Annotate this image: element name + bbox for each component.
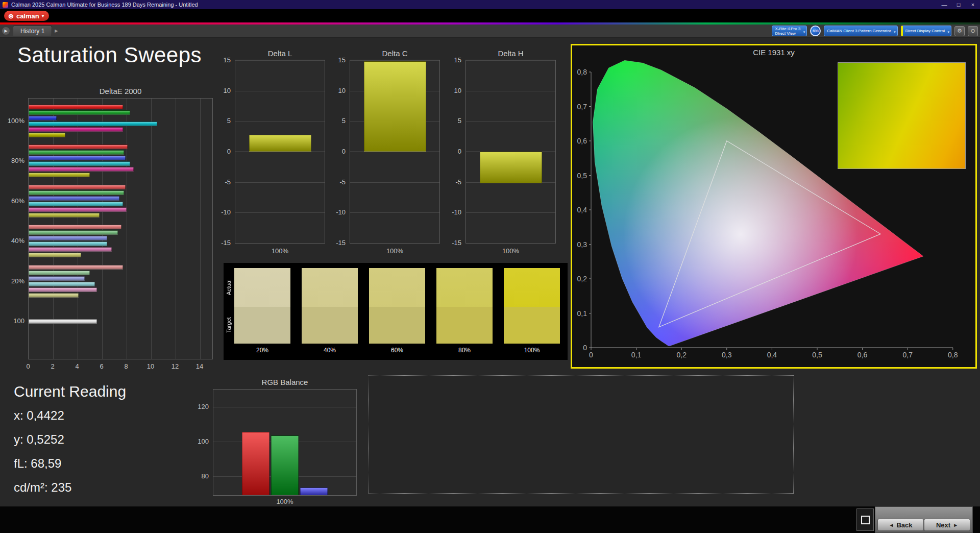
next-button[interactable]: Next ► xyxy=(924,519,970,531)
svg-text:0,4: 0,4 xyxy=(577,206,587,214)
reading-y: y: 0,5252 xyxy=(14,432,64,447)
meter-status-badge[interactable]: 698 xyxy=(810,26,821,36)
maximize-button[interactable]: □ xyxy=(951,2,966,8)
deltae-bar-red xyxy=(29,225,121,229)
gear-icon: ⚙ xyxy=(957,28,962,34)
x-tick-label: 10 xyxy=(147,362,154,370)
close-button[interactable]: × xyxy=(966,2,980,8)
next-arrow-icon: ► xyxy=(953,522,958,528)
gridline xyxy=(466,91,555,91)
deltae-bar-yellow xyxy=(29,253,81,257)
actual-swatch xyxy=(504,268,560,307)
deltae-bar-magenta xyxy=(29,247,112,252)
y-tick-label: 15 xyxy=(454,56,461,64)
gridline xyxy=(176,99,176,359)
actual-swatch xyxy=(436,268,493,307)
deltae-bar-red xyxy=(29,185,126,189)
deltae-bar-blue xyxy=(29,156,126,160)
bottom-bar: ◄ Back Next ► xyxy=(0,506,980,533)
y-tick-label: 5 xyxy=(227,117,231,125)
x-tick-label: 0 xyxy=(26,362,30,370)
reading-x: x: 0,4422 xyxy=(14,408,64,423)
deltae-bar-cyan xyxy=(29,282,95,286)
delta-l-title: Delta L xyxy=(235,49,325,58)
gridline xyxy=(235,243,325,244)
deltae-bar-magenta xyxy=(29,167,134,172)
settings-gear-button[interactable]: ⚙ xyxy=(954,26,965,36)
swatch-column: 40% xyxy=(302,263,358,360)
meter-device-button[interactable]: X-Rite i1Pro 3 Direct View ▾ xyxy=(772,26,807,36)
x-tick-label: 2 xyxy=(51,362,54,370)
tab-overflow-button[interactable]: ▶ xyxy=(55,29,58,33)
window-titlebar: Calman 2025 Calman Ultimate for Business… xyxy=(0,0,980,9)
deltae-bar-white xyxy=(29,319,97,324)
y-tick-label: 80 xyxy=(202,472,209,479)
back-button[interactable]: ◄ Back xyxy=(877,519,924,531)
options-button[interactable]: ⊙ xyxy=(968,26,978,36)
gridline xyxy=(151,99,152,359)
pattern-generator-button[interactable]: CalMAN Client 3 Pattern Generator ▾ xyxy=(824,26,897,36)
calman-logo-icon: ⊛ xyxy=(8,12,14,20)
actual-target-swatch-panel: Actual Target 20%40%60%80%100% xyxy=(224,263,568,360)
delta-l-axis: 151050-5-10-15 xyxy=(216,60,233,244)
delta-c-title: Delta C xyxy=(350,49,440,58)
delta-h-chart xyxy=(465,60,556,244)
svg-text:0,7: 0,7 xyxy=(577,103,587,111)
deltae-bar-blue xyxy=(29,236,107,240)
current-reading-title: Current Reading xyxy=(14,383,126,400)
svg-text:0,6: 0,6 xyxy=(857,351,868,359)
deltae-bar-yellow xyxy=(29,133,65,137)
chevron-down-icon: ▾ xyxy=(803,30,805,34)
chevron-down-icon: ▾ xyxy=(947,30,949,34)
svg-text:0,6: 0,6 xyxy=(577,137,587,145)
measurement-table xyxy=(369,375,794,494)
display-control-button[interactable]: Direct Display Control ▾ xyxy=(901,26,951,36)
deltae-bar-green xyxy=(29,271,90,275)
history-nav-button[interactable]: ▶ xyxy=(2,27,10,35)
rgb-balance-xlabel: 100% xyxy=(213,498,357,505)
bar xyxy=(364,61,426,152)
actual-swatch xyxy=(234,268,290,307)
deltae-bar-blue xyxy=(29,276,85,281)
bar xyxy=(480,152,542,183)
actual-row-label: Actual xyxy=(225,268,233,307)
back-label: Back xyxy=(896,521,912,529)
gridline xyxy=(235,121,325,122)
y-tick-label: 10 xyxy=(454,86,461,94)
current-pattern-swatch xyxy=(2,508,18,529)
svg-text:0,3: 0,3 xyxy=(722,351,732,359)
calman-menu-button[interactable]: ⊛ calman ▾ xyxy=(4,11,49,21)
reading-fl: fL: 68,59 xyxy=(14,456,61,471)
pattern-generator-label: CalMAN Client 3 Pattern Generator xyxy=(827,29,891,33)
chevron-down-icon: ▾ xyxy=(42,13,44,18)
next-label: Next xyxy=(936,521,950,529)
target-swatch xyxy=(436,307,493,344)
pattern-window-button[interactable] xyxy=(856,508,874,531)
swatch-label: 100% xyxy=(504,347,560,354)
minimize-button[interactable]: ― xyxy=(937,2,951,8)
x-tick-label: 12 xyxy=(172,362,179,370)
deltae-bar-magenta xyxy=(29,207,127,212)
gridline xyxy=(213,407,356,407)
y-tick-label: 10 xyxy=(338,86,346,94)
chevron-right-icon: ▶ xyxy=(4,29,7,33)
svg-text:0,2: 0,2 xyxy=(676,351,687,359)
gridline xyxy=(127,99,127,359)
gridline xyxy=(235,182,325,183)
deltae-chart xyxy=(28,98,213,359)
deltae-bar-red xyxy=(29,144,128,149)
category-label: 40% xyxy=(11,237,24,245)
deltae-bar-red xyxy=(29,105,123,109)
cie-chart-title: CIE 1931 xy xyxy=(572,48,975,57)
svg-text:0,2: 0,2 xyxy=(577,275,587,283)
deltae-bar-green xyxy=(29,230,118,235)
rgb-balance-title: RGB Balance xyxy=(213,378,357,386)
x-tick-label: 4 xyxy=(75,362,79,370)
gridline xyxy=(466,243,555,244)
tab-history-1[interactable]: History 1 xyxy=(13,26,52,36)
actual-swatch xyxy=(302,268,358,307)
chevron-down-icon: ▾ xyxy=(894,30,896,34)
target-row-label: Target xyxy=(225,307,233,344)
deltae-bar-green xyxy=(29,110,130,115)
deltae-bar-magenta xyxy=(29,287,97,292)
